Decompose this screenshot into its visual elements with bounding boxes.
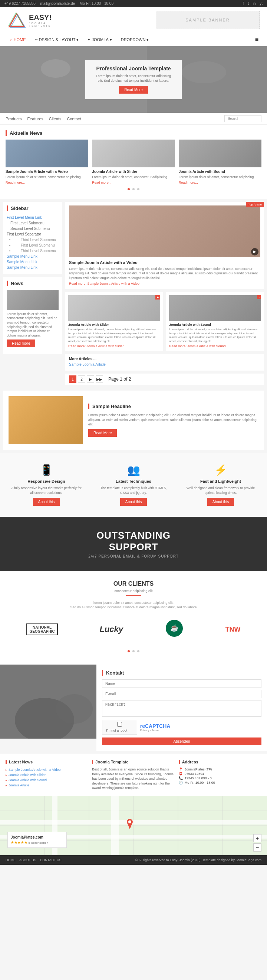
svg-point-5: [41, 59, 70, 78]
page-btn-1[interactable]: 1: [69, 375, 77, 383]
search-input[interactable]: [224, 115, 261, 122]
contact-submit-button[interactable]: Absenden: [102, 738, 261, 745]
sidebar-news-readmore[interactable]: Read more: [7, 339, 35, 347]
sub-article-badge-2: ♪: [257, 295, 261, 299]
contact-email-input[interactable]: [102, 690, 261, 698]
address-item-4: 🕐 Mo-Fr: 10:00 - 18:00: [179, 780, 261, 785]
clients-title: OUR CLIENTS: [6, 581, 261, 587]
news-readmore-1[interactable]: Read more...: [6, 181, 88, 185]
sidebar-link-1[interactable]: First Level Menu Link: [7, 215, 42, 220]
footer-news-item-4[interactable]: Joomla Article: [6, 783, 88, 788]
sidebar-item-5[interactable]: Third Level Submenu: [14, 237, 59, 242]
sub-nav-products[interactable]: Products: [6, 117, 21, 121]
logo-brand: EASY!: [29, 13, 51, 22]
news-image-2: [92, 140, 175, 167]
map-zoom-out[interactable]: −: [253, 843, 261, 851]
sub-nav: Products Features Clients Contact: [0, 113, 267, 125]
feature-box-btn-3[interactable]: About this: [207, 498, 234, 506]
feature-box-desc-1: A fully responsive layout that works per…: [9, 486, 83, 495]
hero-cta-button[interactable]: Read More: [119, 86, 147, 94]
main-nav: ⌂ HOME ✏ DESIGN & LAYOUT ▾ ✦ JOOMLA ▾ DR…: [0, 33, 267, 46]
sidebar-item-8[interactable]: Sample Menu Link: [7, 254, 59, 259]
feature-box-btn-2[interactable]: About this: [120, 498, 147, 506]
contact-section: Kontakt I'm not a robot reCAPTCHA Privac…: [0, 665, 267, 751]
address-text-4: Mo-Fr: 10:00 - 18:00: [185, 781, 215, 784]
social-linkedin[interactable]: in: [253, 2, 256, 6]
main-article-readmore[interactable]: Read more: Sample Joomla Article with a …: [69, 282, 260, 285]
lightning-icon: ⚡: [184, 464, 258, 476]
main-article-image: ▶: [69, 205, 260, 257]
footer-news-item-3[interactable]: Joomla Article with Sound: [6, 778, 88, 783]
captcha-checkbox[interactable]: [106, 722, 133, 727]
map-zoom-in[interactable]: +: [253, 834, 261, 842]
feature-description: Lorem ipsum dolor sit amet, consectetur …: [88, 413, 259, 427]
page-btn-2[interactable]: 2: [78, 375, 85, 383]
responsive-icon: 📱: [9, 464, 83, 476]
clients-dot-1[interactable]: [128, 650, 130, 652]
sidebar-item-3[interactable]: Second Level Submenu: [7, 226, 59, 231]
hero-description: Lorem ipsum dolor sit amet, consectetur …: [94, 74, 173, 83]
map-controls: + −: [253, 834, 261, 851]
sidebar-item-1[interactable]: First Level Menu Link: [7, 215, 59, 220]
news-readmore-3[interactable]: Read more...: [179, 181, 261, 185]
sidebar-news-item: Lorem ipsum dolor sit amet, consectetur …: [7, 290, 59, 347]
hero-overlay: Professional Joomla Template Lorem ipsum…: [85, 60, 182, 99]
nav-item-dropdown[interactable]: DROPDOWN ▾: [117, 34, 153, 46]
nav-item-design[interactable]: ✏ DESIGN & LAYOUT ▾: [30, 34, 83, 46]
sub-article-desc-2: Lorem ipsum dolor sit amet, consectetur …: [169, 328, 261, 343]
page-btn-next[interactable]: ▶: [87, 375, 94, 383]
sub-nav-clients[interactable]: Clients: [49, 117, 62, 121]
sub-article-readmore-2[interactable]: Read more: Joomla Article with Sound: [169, 344, 261, 348]
social-youtube[interactable]: yt: [260, 2, 262, 6]
sidebar-item-2[interactable]: First Level Submenu: [7, 220, 59, 226]
address-item-2: 📮 97633 12394: [179, 772, 261, 776]
sub-nav-features[interactable]: Features: [27, 117, 43, 121]
sub-article-readmore-1[interactable]: Read more: Joomla Article with Slider: [68, 344, 160, 348]
outstanding-title: OUTSTANDINGSUPPORT: [7, 530, 260, 553]
social-twitter[interactable]: t: [248, 2, 249, 6]
sidebar-link-8[interactable]: Sample Menu Link: [7, 255, 37, 258]
footer-link-home[interactable]: HOME: [6, 858, 16, 862]
contact-message-input[interactable]: [102, 700, 261, 717]
sidebar-item-9[interactable]: Sample Menu Link: [7, 259, 59, 265]
dot-2[interactable]: [133, 188, 134, 190]
client-logo-starbucks: ☕: [165, 619, 184, 640]
clients-dot-3[interactable]: [137, 650, 139, 652]
news-item-2: Joomla Article with Slider Lorem ipsum d…: [92, 140, 175, 185]
news-dots: [6, 185, 261, 193]
dot-3[interactable]: [137, 188, 139, 190]
feature-box-btn-1[interactable]: About this: [33, 498, 60, 506]
footer-news-item-2[interactable]: Joomla Article with Slider: [6, 772, 88, 778]
address-item-3: 📞 12345 / 67 890 - 0: [179, 776, 261, 780]
clients-dot-2[interactable]: [133, 650, 134, 652]
video-play-icon[interactable]: ▶: [251, 248, 259, 255]
sub-nav-contact[interactable]: Contact: [67, 117, 81, 121]
more-articles-link[interactable]: Sample Joomla Article: [69, 363, 260, 366]
dot-1[interactable]: [128, 188, 130, 190]
sidebar-link-9[interactable]: Sample Menu Link: [7, 260, 37, 264]
contact-name-input[interactable]: [102, 679, 261, 688]
footer-link-about[interactable]: ABOUT US: [19, 858, 36, 862]
page-info: Page 1 of 2: [108, 377, 131, 382]
sidebar-item-10[interactable]: Sample Menu Link: [7, 265, 59, 270]
hamburger-menu[interactable]: ≡: [252, 33, 261, 46]
feature-box-title-1: Responsive Design: [9, 479, 83, 484]
sidebar-item-6[interactable]: First Level Submenu: [14, 242, 59, 248]
nav-item-home[interactable]: ⌂ HOME: [6, 34, 30, 46]
page-btn-last[interactable]: ▶▶: [96, 375, 103, 383]
two-col-layout: Sidebar First Level Menu Link First Leve…: [0, 202, 267, 391]
more-articles-label: More Articles ...: [69, 357, 260, 361]
news-image-3: [179, 140, 261, 167]
nav-item-joomla[interactable]: ✦ JOOMLA ▾: [83, 34, 116, 46]
footer-news-item-1[interactable]: Sample Joomla Article with a Video: [6, 767, 88, 772]
sidebar-link-10[interactable]: Sample Menu Link: [7, 266, 37, 269]
feature-read-more-button[interactable]: Read More: [88, 429, 117, 437]
logo-area[interactable]: EASY! JOOMLATEMPLATE: [7, 12, 51, 29]
footer-link-contact[interactable]: CONTACT US: [40, 858, 62, 862]
sidebar-item-7[interactable]: Third Level Submenu: [14, 248, 59, 254]
news-title-1: Sample Joomla Article with a Video: [6, 169, 88, 174]
news-readmore-2[interactable]: Read more...: [92, 181, 175, 185]
feature-box-title-2: Latest Techniques: [96, 479, 171, 484]
social-facebook[interactable]: f: [243, 2, 244, 6]
sub-article-desc-1: Lorem ipsum dolor sit amet, consectetur …: [68, 328, 160, 343]
